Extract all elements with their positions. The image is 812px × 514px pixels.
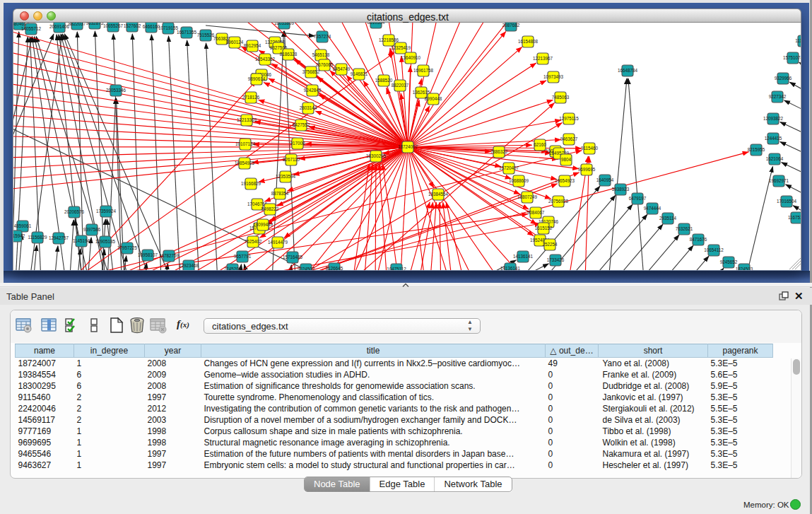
svg-text:12923468: 12923468 bbox=[179, 263, 199, 268]
svg-text:7485063: 7485063 bbox=[552, 95, 570, 100]
svg-text:17016504: 17016504 bbox=[777, 199, 797, 204]
svg-text:14055712: 14055712 bbox=[21, 26, 42, 31]
svg-text:9632875: 9632875 bbox=[86, 23, 104, 25]
svg-text:12942757: 12942757 bbox=[49, 235, 69, 240]
svg-text:14136141: 14136141 bbox=[500, 266, 521, 271]
svg-text:15716485: 15716485 bbox=[283, 255, 303, 259]
svg-text:20053346: 20053346 bbox=[106, 88, 126, 93]
svg-text:16154808: 16154808 bbox=[518, 39, 539, 44]
svg-text:9084067: 9084067 bbox=[527, 210, 545, 215]
svg-text:2087682: 2087682 bbox=[502, 23, 520, 28]
svg-text:7515526: 7515526 bbox=[197, 33, 215, 37]
svg-text:1733426: 1733426 bbox=[547, 257, 565, 262]
svg-text:16961758: 16961758 bbox=[413, 68, 434, 73]
svg-text:15751074: 15751074 bbox=[783, 55, 801, 60]
svg-text:14914479: 14914479 bbox=[268, 240, 288, 245]
svg-text:12218586: 12218586 bbox=[379, 37, 399, 42]
svg-text:9227342: 9227342 bbox=[769, 94, 787, 99]
svg-text:12325419: 12325419 bbox=[391, 45, 411, 50]
svg-text:12093822: 12093822 bbox=[763, 116, 784, 121]
svg-text:5938923: 5938923 bbox=[612, 187, 630, 192]
svg-text:8267110: 8267110 bbox=[283, 157, 300, 162]
svg-text:8822037: 8822037 bbox=[69, 23, 86, 26]
svg-text:4859061: 4859061 bbox=[14, 223, 32, 228]
svg-text:9657791: 9657791 bbox=[234, 254, 252, 259]
svg-text:1145194: 1145194 bbox=[73, 238, 90, 243]
svg-text:10973493: 10973493 bbox=[543, 74, 564, 79]
svg-text:8126645: 8126645 bbox=[326, 266, 343, 271]
svg-text:19854925: 19854925 bbox=[235, 160, 255, 165]
svg-text:5465138: 5465138 bbox=[312, 52, 330, 57]
svg-text:20206576: 20206576 bbox=[64, 209, 85, 214]
svg-text:2935114: 2935114 bbox=[659, 216, 677, 221]
svg-text:8454749: 8454749 bbox=[333, 66, 351, 71]
svg-text:1244415: 1244415 bbox=[765, 136, 782, 141]
svg-text:9242848: 9242848 bbox=[304, 88, 322, 93]
svg-text:19692971: 19692971 bbox=[769, 178, 789, 183]
svg-text:16033809: 16033809 bbox=[274, 23, 295, 25]
svg-text:8822037: 8822037 bbox=[392, 83, 409, 88]
svg-text:10654112: 10654112 bbox=[704, 247, 724, 252]
svg-text:9329966: 9329966 bbox=[775, 76, 792, 81]
svg-text:9699695: 9699695 bbox=[578, 167, 596, 172]
svg-text:16648784: 16648784 bbox=[618, 68, 638, 73]
svg-text:9804: 9804 bbox=[561, 157, 572, 162]
svg-text:2718126: 2718126 bbox=[242, 95, 260, 100]
svg-text:9397586: 9397586 bbox=[83, 227, 101, 232]
svg-text:10688609: 10688609 bbox=[509, 178, 529, 183]
svg-text:12353594: 12353594 bbox=[276, 174, 296, 179]
svg-text:18807249: 18807249 bbox=[517, 194, 538, 199]
svg-text:18724007: 18724007 bbox=[398, 144, 418, 149]
svg-text:1527602: 1527602 bbox=[124, 23, 141, 28]
svg-text:13640910: 13640910 bbox=[401, 55, 421, 60]
svg-text:10475112: 10475112 bbox=[387, 267, 406, 271]
svg-text:10958107: 10958107 bbox=[138, 252, 158, 257]
svg-text:8215955: 8215955 bbox=[748, 147, 765, 152]
svg-text:9245652: 9245652 bbox=[720, 259, 738, 264]
svg-text:20756928: 20756928 bbox=[548, 199, 569, 204]
svg-text:9474444: 9474444 bbox=[644, 206, 661, 211]
svg-text:8960124: 8960124 bbox=[226, 40, 244, 45]
svg-text:12905185: 12905185 bbox=[95, 239, 116, 244]
svg-text:18300295: 18300295 bbox=[366, 153, 387, 158]
svg-text:8186328: 8186328 bbox=[280, 52, 298, 57]
svg-text:9463627: 9463627 bbox=[560, 136, 578, 141]
svg-text:9146821: 9146821 bbox=[351, 71, 368, 76]
svg-text:17957225: 17957225 bbox=[117, 245, 138, 250]
svg-text:1167533: 1167533 bbox=[788, 215, 801, 220]
svg-text:12975115: 12975115 bbox=[559, 116, 579, 121]
svg-text:7625402: 7625402 bbox=[245, 239, 262, 244]
svg-text:10719155: 10719155 bbox=[158, 25, 179, 30]
svg-text:8990448: 8990448 bbox=[425, 96, 442, 101]
svg-text:2803144: 2803144 bbox=[300, 105, 317, 110]
svg-text:16782759: 16782759 bbox=[159, 253, 180, 258]
svg-text:16543362: 16543362 bbox=[255, 57, 276, 62]
svg-text:3756852: 3756852 bbox=[302, 69, 320, 74]
svg-text:7632621: 7632621 bbox=[676, 226, 693, 231]
svg-text:10655267: 10655267 bbox=[103, 23, 124, 28]
svg-text:7745203: 7745203 bbox=[224, 267, 242, 271]
svg-text:20691406: 20691406 bbox=[49, 24, 70, 29]
svg-text:9115460: 9115460 bbox=[581, 146, 599, 151]
svg-text:19384554: 19384554 bbox=[428, 192, 449, 197]
svg-text:1615152: 1615152 bbox=[535, 226, 553, 230]
svg-text:11156829: 11156829 bbox=[28, 235, 47, 240]
svg-text:5498222: 5498222 bbox=[261, 206, 279, 211]
svg-text:1112841: 1112841 bbox=[795, 38, 801, 43]
svg-text:17359924: 17359924 bbox=[96, 209, 117, 214]
svg-text:9024502: 9024502 bbox=[298, 267, 315, 271]
svg-text:12213967: 12213967 bbox=[533, 56, 553, 61]
svg-text:8912954: 8912954 bbox=[244, 43, 261, 48]
svg-text:19166829: 19166829 bbox=[241, 181, 261, 186]
svg-text:15720407: 15720407 bbox=[499, 165, 519, 170]
svg-text:1824503: 1824503 bbox=[736, 267, 753, 271]
svg-text:16671355: 16671355 bbox=[177, 30, 197, 35]
svg-text:1640954: 1640954 bbox=[596, 177, 614, 182]
svg-text:19654923: 19654923 bbox=[555, 178, 575, 183]
svg-text:2676065: 2676065 bbox=[316, 62, 334, 67]
svg-text:10107134: 10107134 bbox=[235, 141, 256, 146]
svg-text:62160: 62160 bbox=[534, 142, 546, 147]
svg-text:917008: 917008 bbox=[290, 141, 305, 146]
svg-text:7886322: 7886322 bbox=[490, 149, 508, 154]
svg-text:14099489: 14099489 bbox=[253, 222, 273, 227]
